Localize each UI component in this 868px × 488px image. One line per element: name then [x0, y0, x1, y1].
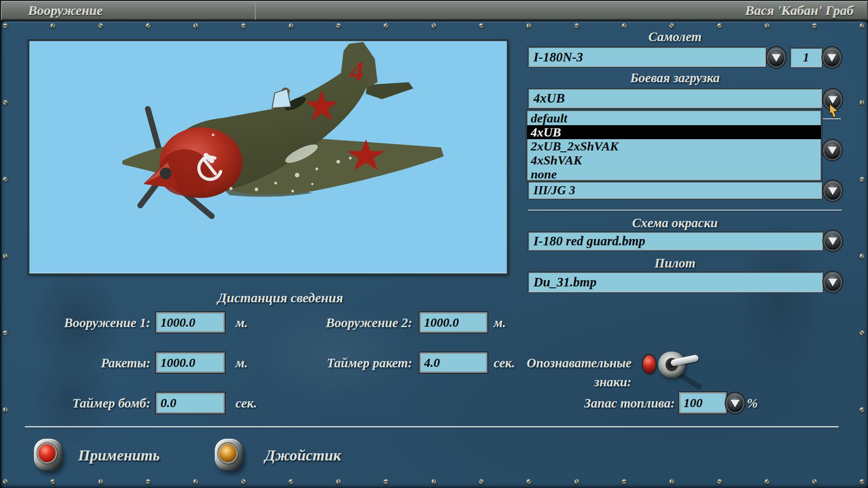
screw-icon [3, 407, 8, 413]
squadron-dropdown-button[interactable] [825, 182, 841, 200]
loadout-section-label: Боевая загрузка [528, 70, 822, 85]
screw-icon [526, 479, 532, 484]
listbox-side-mark [823, 118, 841, 119]
armament-screen: Вооружение Вася 'Кабан' Граб [0, 0, 868, 488]
player-name: Вася 'Кабан' Граб [745, 3, 854, 18]
aircraft-section-label: Самолет [528, 29, 822, 44]
skin-section-label: Схема окраски [528, 215, 822, 230]
rocket-timer-label: Таймер ракет: [289, 353, 412, 372]
weapon1-input[interactable]: 1000.0 [156, 312, 225, 333]
screw-icon [859, 23, 865, 28]
aircraft-select[interactable]: I-180N-3 [528, 47, 766, 67]
screw-icon [241, 479, 246, 484]
joystick-button-light-icon [219, 444, 236, 462]
screw-icon [669, 23, 675, 28]
aircraft-preview: 4 [29, 41, 504, 271]
loadout-option[interactable]: none [527, 167, 821, 181]
loadout-option[interactable]: 4xUB [527, 125, 821, 139]
apply-button-light-icon [38, 444, 56, 462]
screw-icon [812, 479, 817, 484]
screw-icon [336, 479, 341, 484]
weapon2-unit: м. [494, 313, 506, 332]
listbox-scroll-button[interactable] [824, 141, 840, 159]
screw-icon [288, 479, 294, 484]
fuel-dropdown-button[interactable] [727, 394, 743, 412]
skin-select[interactable]: I-180 red guard.bmp [528, 232, 823, 250]
screw-icon [717, 479, 722, 484]
screw-icon [859, 330, 865, 336]
pilot-section-label: Пилот [528, 255, 822, 271]
aircraft-count-button[interactable] [824, 48, 840, 66]
screw-icon [3, 253, 8, 259]
screw-icon [3, 177, 8, 182]
loadout-listbox[interactable]: default4xUB2xUB_2xShVAK4xShVAKnone [526, 110, 822, 181]
screw-icon [193, 479, 198, 484]
screw-icon [431, 479, 437, 484]
aircraft-preview-panel: 4 [28, 40, 508, 275]
pilot-dropdown-button[interactable] [825, 273, 841, 291]
screw-icon [3, 100, 8, 105]
screw-icon [859, 177, 865, 182]
rockets-unit: м. [236, 353, 248, 372]
screw-icon [622, 479, 627, 484]
screw-icon [669, 479, 675, 484]
screw-icon [3, 330, 8, 336]
loadout-option[interactable]: 2xUB_2xShVAK [527, 139, 821, 153]
screw-icon [50, 479, 56, 484]
aircraft-dropdown-button[interactable] [768, 48, 784, 66]
screw-icon [336, 23, 341, 28]
markings-label: Опознавательные знаки: [497, 353, 632, 372]
screw-icon [98, 479, 104, 484]
screw-icon [574, 479, 580, 484]
weapon2-input[interactable]: 1000.0 [420, 312, 487, 333]
screen-title-bar: Вооружение [1, 1, 279, 20]
aircraft-count-field[interactable]: 1 [790, 48, 822, 67]
screw-icon [479, 23, 484, 28]
squadron-select[interactable]: III/JG 3 [528, 182, 822, 199]
mouse-cursor-icon [829, 103, 841, 118]
bomb-timer-unit: сек. [236, 394, 257, 413]
screw-icon [859, 407, 865, 413]
loadout-option[interactable]: 4xShVAK [527, 153, 821, 167]
apply-button-label: Применить [71, 446, 166, 465]
weapon1-unit: м. [236, 313, 248, 332]
pilot-select[interactable]: Du_31.bmp [528, 272, 823, 292]
fuel-input[interactable]: 100 [679, 392, 726, 413]
convergence-heading: Дистанция сведения [167, 290, 393, 305]
screw-icon [764, 23, 770, 28]
rockets-input[interactable]: 1000.0 [156, 352, 225, 373]
loadout-option[interactable]: default [527, 111, 821, 125]
page-title: Вооружение [28, 3, 103, 18]
screw-icon [859, 253, 865, 259]
bottom-divider [25, 426, 839, 427]
tail-number: 4 [349, 56, 364, 86]
screw-icon [526, 23, 532, 28]
screw-icon [859, 100, 865, 105]
rocket-timer-input[interactable]: 4.0 [420, 352, 487, 373]
screw-icon [193, 23, 198, 28]
screw-icon [812, 23, 817, 28]
screw-icon [383, 23, 389, 28]
screw-icon [146, 23, 151, 28]
screw-icon [622, 23, 627, 28]
markings-indicator-light-icon [643, 355, 656, 373]
screw-icon [859, 479, 865, 484]
bomb-timer-label: Таймер бомб: [27, 394, 151, 413]
screw-icon [717, 23, 722, 28]
screw-icon [479, 479, 484, 484]
screw-icon [50, 23, 56, 28]
bomb-timer-input[interactable]: 0.0 [156, 393, 225, 413]
joystick-button[interactable] [215, 439, 243, 470]
fuel-unit: % [747, 394, 758, 413]
apply-button[interactable] [34, 439, 62, 470]
skin-dropdown-button[interactable] [825, 232, 841, 250]
screw-icon [3, 479, 8, 484]
screw-icon [241, 23, 246, 28]
loadout-select[interactable]: 4xUB [528, 89, 822, 108]
screw-icon [764, 479, 770, 484]
screw-icon [98, 23, 104, 28]
screw-icon [3, 23, 8, 28]
screw-icon [288, 23, 294, 28]
fuel-label: Запас топлива: [561, 394, 675, 413]
player-name-bar: Вася 'Кабан' Граб [255, 1, 868, 20]
